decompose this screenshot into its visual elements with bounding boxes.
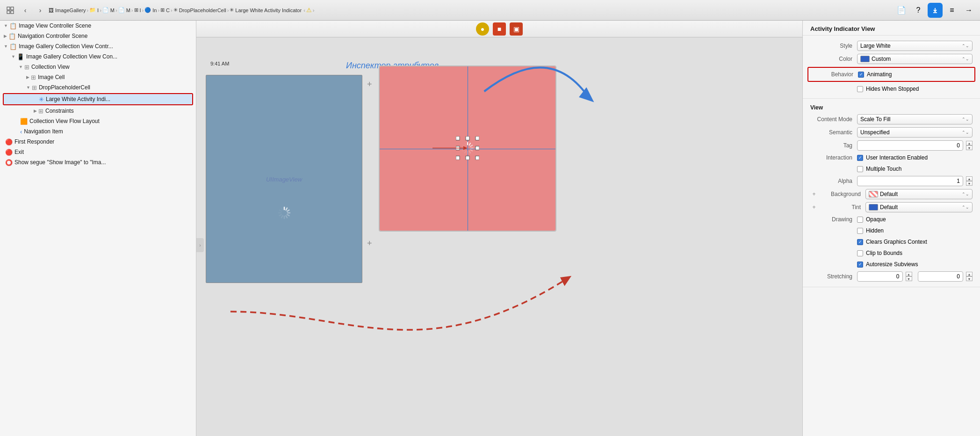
tag-decrement[interactable]: ▼ (966, 145, 973, 150)
animating-checkbox[interactable] (858, 72, 864, 78)
cell-icon: ⊞ (32, 84, 37, 91)
tree-item-image-cell[interactable]: ▶ ⊞ Image Cell (0, 72, 196, 82)
red-square-btn[interactable]: ■ (493, 22, 506, 36)
scene-icon: 📋 (8, 33, 16, 40)
back-button[interactable]: ‹ (19, 4, 32, 17)
svg-rect-2 (7, 11, 10, 14)
alpha-decrement[interactable]: ▼ (966, 181, 973, 186)
canvas-toolbar: ● ■ ▣ (196, 21, 802, 37)
yellow-circle-btn[interactable]: ● (476, 22, 489, 36)
tree-item-nav-controller[interactable]: ▶ 📋 Navigation Controller Scene (0, 31, 196, 41)
opaque-checkbox[interactable] (857, 217, 863, 223)
segue-icon: ⭕ (5, 159, 13, 166)
tag-increment[interactable]: ▲ (966, 141, 973, 145)
tree-item-segue[interactable]: ⭕ Show segue "Show Image" to "Ima... (0, 157, 196, 167)
tag-stepper[interactable]: ▲ ▼ (966, 141, 973, 150)
stretch-y-dec[interactable]: ▼ (966, 276, 973, 281)
svg-marker-42 (579, 87, 594, 102)
semantic-dropdown[interactable]: Unspecified ⌃⌄ (857, 127, 973, 138)
breadcrumb-imagegallery[interactable]: 🖼 ImageGallery (49, 7, 86, 13)
stretching-x-input[interactable]: 0 (857, 271, 903, 282)
style-dropdown[interactable]: Large White ⌃⌄ (857, 41, 973, 51)
drawing-row: Drawing Opaque (803, 214, 980, 225)
clip-bounds-row: Clip to Bounds (803, 247, 980, 259)
tree-item-drop-placeholder[interactable]: ▼ ⊞ DropPlaceholderCell (0, 82, 196, 93)
view-section: View Content Mode Scale To Fill ⌃⌄ Seman… (803, 99, 980, 287)
user-interaction-checkbox[interactable] (857, 155, 863, 161)
stretching-x-stepper[interactable]: ▲ ▼ (906, 272, 912, 281)
right-panel: Activity Indicator View Style Large Whit… (802, 21, 980, 436)
forward-button[interactable]: › (34, 4, 47, 17)
tint-value[interactable]: Default ⌃⌄ (865, 202, 973, 212)
breadcrumb-in[interactable]: 🔵 In (144, 7, 157, 13)
stretch-x-inc[interactable]: ▲ (906, 272, 912, 276)
tree-item-gallery-controller[interactable]: ▼ 📱 Image Gallery Collection View Con... (0, 51, 196, 62)
svg-line-11 (287, 215, 289, 216)
tint-dropdown[interactable]: Default ⌃⌄ (865, 202, 973, 212)
help-icon-btn[interactable]: ? (911, 3, 926, 18)
alpha-input[interactable]: 1 (857, 176, 963, 186)
background-plus: + (810, 191, 818, 197)
tint-swatch (869, 204, 878, 211)
stretching-y-input[interactable]: 0 (918, 271, 964, 282)
clip-bounds-checkbox[interactable] (857, 250, 863, 256)
tree-item-gallery-scene[interactable]: ▼ 📋 Image Gallery Collection View Contr.… (0, 41, 196, 51)
hides-value: Hides When Stopped (857, 86, 973, 92)
stretching-y-stepper[interactable]: ▲ ▼ (966, 272, 973, 281)
orange-square-btn[interactable]: ▣ (510, 22, 523, 36)
clears-checkbox[interactable] (857, 239, 863, 245)
plus-icon[interactable]: + (367, 80, 372, 89)
autoresize-checkbox[interactable] (857, 262, 863, 268)
tree-item-flow-layout[interactable]: 🟧 Collection View Flow Layout (0, 116, 196, 126)
warning-icon: ⚠ (306, 7, 312, 14)
content-mode-value[interactable]: Scale To Fill ⌃⌄ (857, 114, 973, 124)
background-value[interactable]: Default ⌃⌄ (865, 189, 973, 199)
svg-rect-25 (466, 156, 469, 160)
stretch-x-dec[interactable]: ▼ (906, 276, 912, 281)
right-device (379, 65, 556, 232)
color-value[interactable]: Custom ⌃⌄ (857, 54, 973, 64)
color-dropdown[interactable]: Custom ⌃⌄ (857, 54, 973, 64)
breadcrumb-c[interactable]: ⊞ C (160, 7, 170, 13)
hides-checkbox[interactable] (857, 86, 863, 92)
multiple-touch-checkbox[interactable] (857, 166, 863, 172)
tag-input[interactable]: 0 (857, 140, 963, 151)
alpha-increment[interactable]: ▲ (966, 176, 973, 181)
semantic-value[interactable]: Unspecified ⌃⌄ (857, 127, 973, 138)
breadcrumb-folder-i[interactable]: 📁 I (89, 7, 99, 13)
breadcrumb-dropplaceholder[interactable]: ✳ DropPlaceholderCell (173, 7, 226, 13)
style-value[interactable]: Large White ⌃⌄ (857, 41, 973, 51)
inspector-title: Activity Indicator View (803, 21, 980, 36)
breadcrumb-m2[interactable]: 📄 M (118, 7, 130, 13)
forward-icon-btn[interactable]: → (961, 3, 976, 18)
dropdown-arrow-icon: ⌃⌄ (962, 205, 969, 210)
tree-item-image-view-controller[interactable]: ▼ 📋 Image View Controller Scene (0, 21, 196, 31)
grid-icon[interactable] (4, 4, 17, 17)
download-icon-btn[interactable] (928, 3, 943, 18)
svg-line-15 (279, 215, 281, 216)
tree-item-first-responder[interactable]: 🔴 First Responder (0, 137, 196, 147)
content-mode-dropdown[interactable]: Scale To Fill ⌃⌄ (857, 114, 973, 124)
clip-bounds-group: Clip to Bounds (857, 250, 902, 256)
breadcrumb-grid-i[interactable]: ⊞ I (134, 7, 141, 13)
canvas-nav-arrow[interactable]: › (196, 238, 204, 252)
tree-item-collection-view[interactable]: ▼ ⊞ Collection View (0, 62, 196, 72)
file-icon-btn[interactable]: 📄 (894, 3, 909, 18)
tree-item-exit[interactable]: 🔴 Exit (0, 147, 196, 157)
svg-rect-0 (7, 7, 10, 10)
tree-item-nav-item[interactable]: ‹ Navigation Item (0, 126, 196, 137)
style-label: Style (810, 43, 857, 49)
svg-rect-21 (476, 136, 479, 140)
background-dropdown[interactable]: Default ⌃⌄ (865, 189, 973, 199)
tint-label: Tint (819, 204, 865, 211)
tree-item-large-white[interactable]: ✳ Large White Activity Indi... (4, 94, 192, 104)
tag-row: Tag 0 ▲ ▼ (803, 139, 980, 152)
stretch-y-inc[interactable]: ▲ (966, 272, 973, 276)
alpha-stepper[interactable]: ▲ ▼ (966, 176, 973, 186)
breadcrumb-large-white[interactable]: ✳ Large White Activity Indicator (230, 7, 302, 13)
tree-item-constraints[interactable]: ▶ ⊞ Constraints (0, 106, 196, 116)
list-icon-btn[interactable]: ≡ (944, 3, 959, 18)
plus-icon-2[interactable]: + (367, 239, 372, 248)
breadcrumb-m1[interactable]: 📄 M (102, 7, 115, 13)
hidden-checkbox[interactable] (857, 228, 863, 234)
